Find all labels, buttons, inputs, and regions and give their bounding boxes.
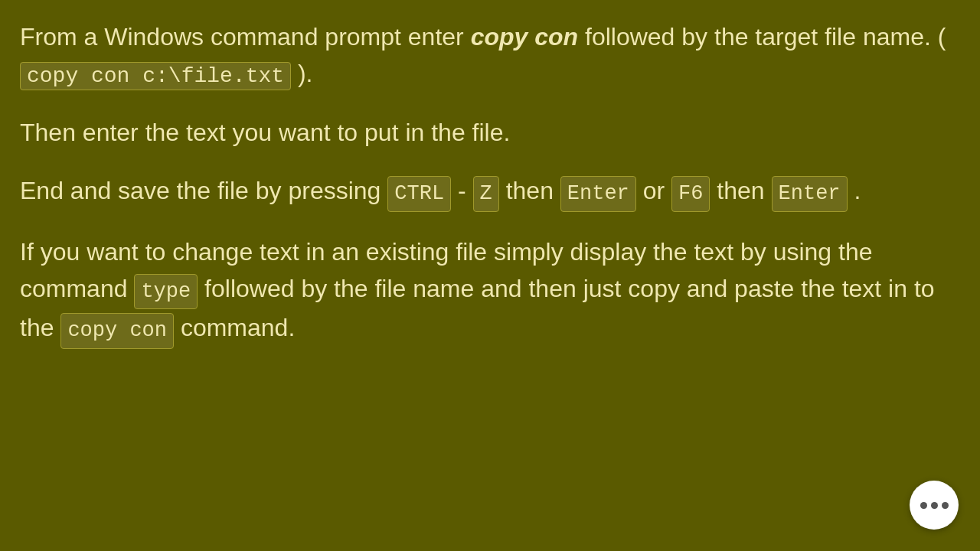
paragraph-4: If you want to change text in an existin… <box>20 233 960 349</box>
command-example: copy con c:\file.txt <box>20 62 291 90</box>
chat-button-icon <box>920 502 949 509</box>
paragraph-3: End and save the file by pressing CTRL -… <box>20 172 960 212</box>
key-enter-2: Enter <box>772 176 848 212</box>
key-ctrl: CTRL <box>387 176 451 212</box>
paragraph-1: From a Windows command prompt enter copy… <box>20 18 960 93</box>
key-enter-1: Enter <box>560 176 636 212</box>
key-copy-con: copy con <box>60 313 174 349</box>
key-z: Z <box>473 176 499 212</box>
chat-button[interactable] <box>910 481 959 530</box>
dot-3 <box>942 502 949 509</box>
key-f6: F6 <box>671 176 710 212</box>
paragraph-2: Then enter the text you want to put in t… <box>20 114 960 151</box>
dot-1 <box>920 502 927 509</box>
copy-con-bold: copy con <box>471 23 578 51</box>
dot-2 <box>931 502 938 509</box>
key-type: type <box>134 274 198 310</box>
main-content: From a Windows command prompt enter copy… <box>0 0 980 389</box>
